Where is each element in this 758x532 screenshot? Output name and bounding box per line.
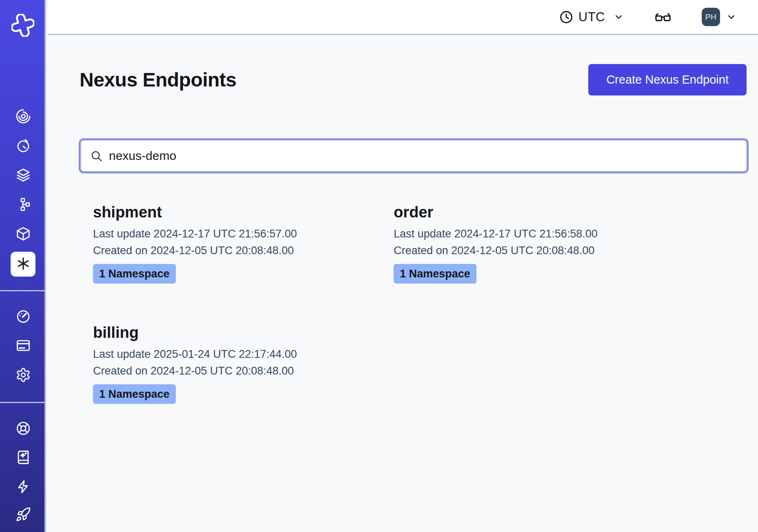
sidebar-item-docs[interactable]: [0, 450, 46, 466]
sidebar-item-workflows[interactable]: [0, 197, 46, 213]
concentric-rings-icon: [16, 109, 31, 126]
sidebar-divider: [0, 290, 46, 291]
sidebar-item-billing[interactable]: [0, 338, 46, 355]
read-only-mode-button[interactable]: [654, 9, 672, 26]
sidebar-item-namespaces[interactable]: [0, 109, 46, 125]
account-menu[interactable]: PH: [702, 8, 737, 26]
gauge-icon: [16, 308, 31, 326]
namespace-badge: 1 Namespace: [93, 264, 176, 284]
endpoint-name[interactable]: order: [394, 203, 679, 222]
namespace-badge: 1 Namespace: [394, 264, 477, 284]
timezone-selector[interactable]: UTC: [559, 10, 624, 24]
endpoint-last-update: Last update 2025-01-24 UTC 22:17:44.00: [93, 348, 379, 361]
sidebar-item-usage[interactable]: [0, 309, 46, 325]
sidebar: [0, 0, 46, 532]
top-header: UTC PH: [48, 0, 758, 35]
asterisk-icon: [16, 256, 31, 273]
namespace-badge: 1 Namespace: [93, 384, 176, 404]
credit-card-icon: [16, 338, 31, 355]
endpoint-card[interactable]: billing Last update 2025-01-24 UTC 22:17…: [93, 323, 379, 404]
chevron-down-icon: [613, 11, 624, 22]
layers-icon: [16, 167, 31, 184]
life-buoy-icon: [16, 421, 31, 438]
temporal-logo[interactable]: [11, 14, 34, 37]
glasses-icon: [654, 9, 672, 26]
gear-icon: [16, 367, 31, 384]
create-nexus-endpoint-button[interactable]: Create Nexus Endpoint: [588, 64, 747, 95]
endpoint-created-on: Created on 2024-12-05 UTC 20:08:48.00: [93, 364, 379, 378]
sidebar-item-lightning[interactable]: [0, 479, 46, 496]
main-content: Nexus Endpoints Create Nexus Endpoint sh…: [48, 36, 758, 532]
sidebar-item-batch[interactable]: [0, 226, 46, 243]
sidebar-item-nexus[interactable]: [11, 252, 35, 277]
endpoint-name[interactable]: billing: [93, 323, 379, 342]
sidebar-item-deployments[interactable]: [0, 168, 46, 184]
chevron-down-icon: [726, 11, 737, 22]
endpoint-card[interactable]: shipment Last update 2024-12-17 UTC 21:5…: [93, 203, 379, 284]
sidebar-item-rocket[interactable]: [0, 507, 46, 523]
endpoint-last-update: Last update 2024-12-17 UTC 21:56:58.00: [394, 227, 679, 241]
search-input[interactable]: [109, 149, 737, 163]
avatar: PH: [702, 8, 720, 26]
branch-nodes-icon: [16, 197, 31, 214]
sidebar-item-settings[interactable]: [0, 368, 46, 384]
timezone-label: UTC: [578, 10, 605, 24]
rocket-icon: [16, 507, 31, 524]
page-title: Nexus Endpoints: [80, 67, 237, 93]
sidebar-item-support[interactable]: [0, 421, 46, 437]
sidebar-divider: [0, 402, 46, 403]
endpoint-created-on: Created on 2024-12-05 UTC 20:08:48.00: [394, 244, 679, 257]
search-bar: [80, 140, 747, 172]
clock-icon: [559, 10, 574, 24]
sidebar-item-schedules[interactable]: [0, 138, 46, 155]
endpoint-card[interactable]: order Last update 2024-12-17 UTC 21:56:5…: [394, 203, 679, 284]
timer-icon: [16, 138, 31, 155]
cube-icon: [16, 226, 31, 243]
lightning-icon: [16, 479, 31, 496]
book-sparkles-icon: [16, 450, 31, 467]
search-icon: [90, 150, 103, 162]
endpoint-created-on: Created on 2024-12-05 UTC 20:08:48.00: [93, 244, 379, 257]
endpoint-last-update: Last update 2024-12-17 UTC 21:56:57.00: [93, 227, 379, 241]
endpoint-name[interactable]: shipment: [93, 203, 379, 222]
